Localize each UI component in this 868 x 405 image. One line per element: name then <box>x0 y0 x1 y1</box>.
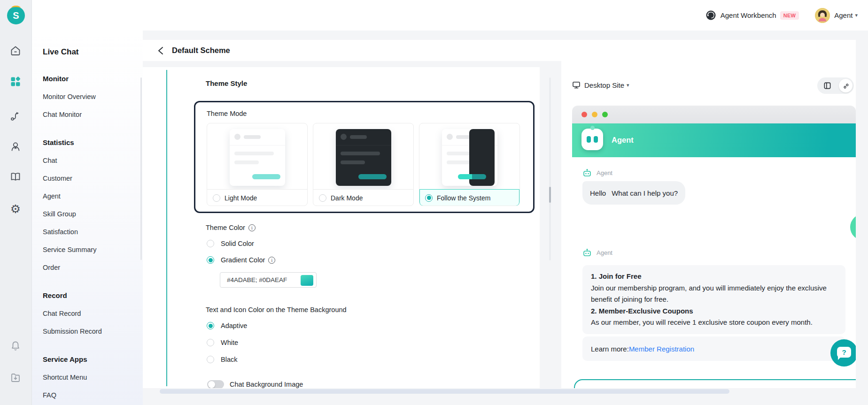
help-button[interactable]: ? <box>830 339 856 367</box>
device-selector-caret-icon: ▾ <box>627 82 629 88</box>
dark-mode-radio[interactable] <box>319 194 326 202</box>
dark-mode-option[interactable]: Dark Mode <box>313 189 413 206</box>
solid-color-radio[interactable] <box>207 240 214 247</box>
horizontal-scrollbar-thumb[interactable] <box>160 389 729 394</box>
adaptive-label: Adaptive <box>221 322 247 329</box>
user-name[interactable]: Agent <box>834 11 852 19</box>
white-option[interactable]: White <box>207 339 238 346</box>
widget-panel-icon[interactable] <box>823 82 831 90</box>
member-registration-link[interactable]: Member Registration <box>629 345 694 353</box>
logo-arc <box>11 6 21 10</box>
light-mode-option[interactable]: Light Mode <box>207 189 307 206</box>
solid-color-option[interactable]: Solid Color <box>207 240 254 247</box>
adaptive-option[interactable]: Adaptive <box>207 322 247 329</box>
settings-gear-icon[interactable]: ⚙ <box>9 203 22 215</box>
sidebar-item-chat-monitor[interactable]: Chat Monitor <box>43 106 143 123</box>
theme-mode-label: Theme Mode <box>207 110 247 117</box>
sidebar-section-statistics: Statistics Chat Customer Agent Skill Gro… <box>43 134 143 276</box>
sidebar-item-customer[interactable]: Customer <box>43 169 143 187</box>
light-mode-radio[interactable] <box>213 194 220 202</box>
knowledge-base-icon[interactable] <box>9 171 22 183</box>
sidebar-item-shortcut-menu[interactable]: Shortcut Menu <box>43 368 143 386</box>
sidebar-item-service-summary[interactable]: Service Summary <box>43 241 143 259</box>
sidebar-section-label[interactable]: Statistics <box>43 134 143 152</box>
theme-style-title: Theme Style <box>206 79 247 87</box>
minimize-dot-icon <box>592 112 597 117</box>
back-chevron-icon[interactable] <box>158 46 166 55</box>
question-bubble-icon: ? <box>837 347 851 358</box>
top-bar: Agent Workbench NEW Agent ▾ <box>32 0 868 31</box>
gradient-color-option[interactable]: Gradient Color <box>207 256 275 264</box>
sidebar-item-chat-record[interactable]: Chat Record <box>43 305 143 322</box>
minimize-widget-tab[interactable] <box>850 214 856 240</box>
message-input[interactable] <box>574 379 856 388</box>
card-line: benefit of joining for free. <box>591 294 837 306</box>
copy-link-icon[interactable] <box>839 79 852 92</box>
black-radio[interactable] <box>207 356 214 363</box>
product-logo[interactable]: S <box>7 7 25 24</box>
card-line: 1. Join for Free <box>591 271 837 283</box>
learn-more-card: Learn more:Member Registration <box>582 336 845 361</box>
gradient-color-input[interactable]: #4ADABE; #0DAEAF <box>220 272 317 288</box>
text-icon-color-label: Text and Icon Color on the Theme Backgro… <box>206 306 347 313</box>
downloads-icon[interactable] <box>9 372 22 384</box>
card-line: As our member, you will receive 1 exclus… <box>591 317 837 329</box>
panel-vertical-scrollbar-thumb[interactable] <box>549 187 551 203</box>
gradient-color-info-icon[interactable] <box>268 257 275 264</box>
customers-icon[interactable] <box>9 140 22 153</box>
white-radio[interactable] <box>207 339 214 346</box>
message-sender-row: Agent <box>582 168 612 177</box>
chat-preview-window: Agent Agent Hello <box>572 106 856 388</box>
apps-icon[interactable] <box>9 76 22 88</box>
chat-widget-header: Agent <box>572 123 856 157</box>
sidebar-item-submission-record[interactable]: Submission Record <box>43 322 143 340</box>
system-mode-radio[interactable] <box>425 194 433 202</box>
sidebar-item-monitor-overview[interactable]: Monitor Overview <box>43 88 143 106</box>
panel-vertical-scrollbar-track[interactable] <box>549 77 551 260</box>
theme-mode-card-system[interactable]: Follow the System <box>419 123 520 206</box>
black-label: Black <box>221 356 237 363</box>
black-option[interactable]: Black <box>207 356 237 363</box>
page-header: Default Scheme <box>143 40 856 61</box>
gradient-color-radio[interactable] <box>207 256 214 264</box>
gradient-color-swatch[interactable] <box>301 275 313 286</box>
theme-mode-card-dark[interactable]: Dark Mode <box>313 123 414 206</box>
sidebar-item-chat[interactable]: Chat <box>43 152 143 169</box>
automation-icon[interactable] <box>9 110 22 122</box>
window-titlebar <box>572 106 856 123</box>
sidebar-section-label[interactable]: Record <box>43 287 143 305</box>
theme-mode-highlight-box: Theme Mode Light Mode <box>194 101 535 213</box>
chat-background-toggle[interactable] <box>207 380 224 388</box>
theme-color-info-icon[interactable] <box>248 224 256 231</box>
sidebar-item-order[interactable]: Order <box>43 259 143 276</box>
sidebar-item-agent[interactable]: Agent <box>43 187 143 205</box>
theme-settings-panel: Theme Style Theme Mode Light Mode <box>143 67 540 388</box>
workbench-label[interactable]: Agent Workbench <box>721 11 776 19</box>
greeting-bubble: Hello What can I help you? <box>582 181 685 205</box>
sidebar-section-label[interactable]: Monitor <box>43 70 143 88</box>
sidebar-item-satisfaction[interactable]: Satisfaction <box>43 223 143 241</box>
user-avatar[interactable] <box>815 8 830 23</box>
adaptive-radio[interactable] <box>207 322 214 329</box>
theme-mode-card-light[interactable]: Light Mode <box>207 123 308 206</box>
sidebar-scrollbar[interactable] <box>140 77 142 260</box>
sidebar-item-skill-group[interactable]: Skill Group <box>43 205 143 223</box>
solid-color-label: Solid Color <box>221 240 254 247</box>
agent-bot-avatar <box>581 129 603 150</box>
white-label: White <box>221 339 238 346</box>
user-menu-caret-icon[interactable]: ▾ <box>855 12 858 18</box>
device-selector[interactable]: Desktop Site ▾ <box>572 76 629 93</box>
dark-mode-label: Dark Mode <box>331 194 363 202</box>
home-icon[interactable] <box>9 45 22 57</box>
headset-icon[interactable] <box>705 10 716 21</box>
app-root: S <box>0 0 868 405</box>
theme-color-label: Theme Color <box>206 224 256 231</box>
system-mode-thumbnail <box>419 123 519 189</box>
notifications-bell-icon[interactable] <box>9 340 22 352</box>
sidebar-item-faq[interactable]: FAQ <box>43 386 143 404</box>
chat-preview-panel: Desktop Site ▾ <box>561 61 856 388</box>
sidebar-section-monitor: Monitor Monitor Overview Chat Monitor <box>43 70 143 123</box>
learn-more-prefix: Learn more: <box>591 345 629 353</box>
system-mode-option[interactable]: Follow the System <box>419 189 519 206</box>
sidebar-section-label[interactable]: Service Apps <box>43 351 143 368</box>
